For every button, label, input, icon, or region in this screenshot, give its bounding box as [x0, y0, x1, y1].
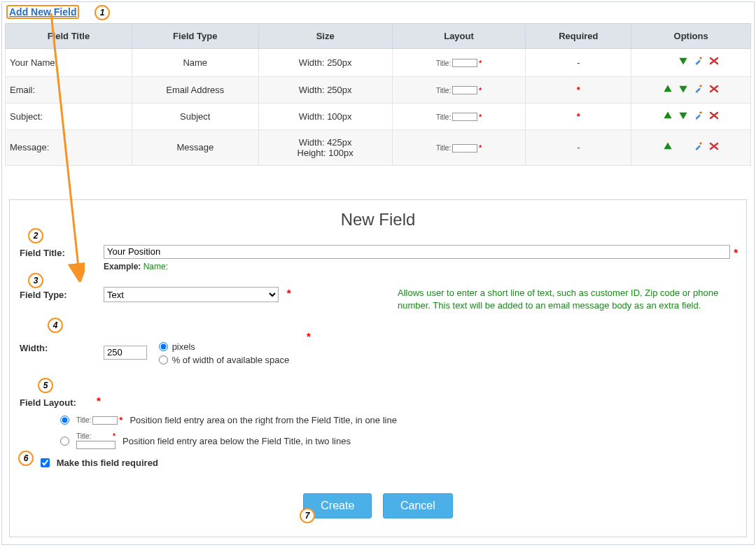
move-up-icon[interactable] [663, 84, 673, 96]
hint-value: Name: [144, 262, 168, 271]
th-layout: Layout [392, 24, 526, 49]
annotation-3: 3 [28, 273, 43, 288]
cell-required: * [526, 103, 631, 129]
label-width: Width: [20, 333, 104, 353]
row-width: Width: pixels % of width of available sp… [20, 333, 736, 367]
new-field-panel: 2 3 4 5 6 7 New Field Field Title: * Exa… [9, 199, 747, 538]
cell-size: Width: 425pxHeight: 100px [258, 129, 392, 165]
input-field-title[interactable] [104, 245, 730, 259]
cell-required: - [526, 129, 631, 165]
cell-layout: Title:* [392, 129, 526, 165]
edit-icon[interactable] [694, 84, 704, 96]
delete-icon[interactable] [709, 56, 719, 68]
annotation-6: 6 [18, 451, 34, 466]
field-type-desc: Allows user to enter a short line of tex… [398, 287, 736, 312]
required-asterisk: * [287, 287, 291, 299]
layout-demo: Title:* [436, 59, 482, 67]
layout-demo: Title:* [436, 113, 482, 121]
annotation-4: 4 [48, 318, 63, 333]
annotation-5: 5 [38, 378, 53, 393]
cell-size: Width: 250px [258, 76, 392, 103]
radio-layout-inline[interactable] [60, 416, 69, 425]
radio-width-pixels[interactable] [159, 342, 168, 351]
input-width[interactable] [104, 346, 147, 360]
svg-rect-8 [699, 142, 702, 145]
annotation-1: 1 [94, 5, 110, 20]
svg-rect-3 [696, 87, 701, 92]
layout-inline-desc: Position field entry area on the right f… [130, 415, 397, 425]
svg-rect-5 [696, 114, 701, 119]
layout-inline-demo: Title:* [76, 415, 122, 425]
checkbox-required[interactable] [41, 458, 50, 467]
table-row: Subject:SubjectWidth: 100pxTitle:** [6, 103, 751, 129]
annotation-2: 2 [28, 228, 43, 243]
cell-title: Subject: [6, 103, 132, 129]
layout-demo: Title:* [436, 144, 482, 153]
label-field-layout: Field Layout: [20, 395, 104, 408]
th-size: Size [258, 24, 392, 49]
radio-layout-stacked[interactable] [60, 437, 69, 446]
cell-title: Email: [6, 76, 132, 103]
label-field-title: Field Title: [20, 245, 104, 258]
svg-rect-4 [699, 84, 702, 87]
row-layout: Field Layout: * [20, 395, 736, 408]
cell-layout: Title:* [392, 103, 526, 129]
required-asterisk: * [734, 246, 738, 258]
cell-layout: Title:* [392, 76, 526, 103]
th-required: Required [526, 24, 631, 49]
layout-demo: Title:* [436, 86, 482, 94]
move-down-icon[interactable] [678, 84, 688, 96]
cell-options [631, 49, 751, 77]
layout-options: Title:* Position field entry area on the… [60, 415, 736, 449]
cell-required: * [526, 76, 631, 103]
panel-heading: New Field [20, 210, 736, 229]
row-field-title: Field Title: * Example: Name: [20, 245, 736, 271]
move-up-icon[interactable] [663, 111, 673, 122]
select-field-type[interactable]: Text [104, 287, 279, 302]
radio-width-percent[interactable] [159, 355, 168, 365]
svg-rect-6 [699, 111, 702, 113]
cell-required: - [526, 49, 631, 77]
cell-title: Your Name: [6, 49, 132, 77]
cell-title: Message: [6, 129, 132, 165]
layout-stacked-desc: Position field entry area below the Fiel… [122, 436, 351, 446]
svg-rect-1 [696, 59, 701, 64]
annotation-7: 7 [300, 508, 315, 523]
required-asterisk: * [307, 330, 311, 342]
cell-options [631, 103, 751, 129]
hint-key: Example: [104, 262, 141, 271]
edit-icon[interactable] [694, 141, 704, 153]
move-down-icon[interactable] [678, 111, 688, 122]
table-row: Email:Email AddressWidth: 250pxTitle:** [6, 76, 751, 103]
cancel-button[interactable]: Cancel [383, 493, 453, 518]
cell-type: Message [132, 129, 258, 165]
cell-options [631, 76, 751, 103]
label-field-type: Field Type: [20, 287, 104, 300]
th-options: Options [631, 24, 751, 49]
th-title: Field Title [6, 24, 132, 49]
cell-size: Width: 250px [258, 49, 392, 77]
cell-size: Width: 100px [258, 103, 392, 129]
move-up-icon[interactable] [663, 141, 673, 153]
edit-icon[interactable] [694, 56, 704, 68]
delete-icon[interactable] [709, 141, 719, 153]
fields-table: Field Title Field Type Size Layout Requi… [5, 23, 751, 166]
add-new-field-link[interactable]: Add New Field [6, 5, 79, 19]
cell-options [631, 129, 751, 165]
row-field-type: Field Type: Text * Allows user to enter … [20, 287, 736, 303]
edit-icon[interactable] [694, 111, 704, 122]
th-type: Field Type [132, 24, 258, 49]
move-down-icon[interactable] [678, 56, 688, 68]
cell-type: Email Address [132, 76, 258, 103]
delete-icon[interactable] [709, 111, 719, 122]
cell-type: Name [132, 49, 258, 77]
delete-icon[interactable] [709, 84, 719, 96]
svg-rect-7 [696, 145, 701, 150]
required-asterisk: * [97, 395, 101, 406]
table-row: Your Name:NameWidth: 250pxTitle:*- [6, 49, 751, 77]
cell-type: Subject [132, 103, 258, 129]
cell-layout: Title:* [392, 49, 526, 77]
layout-stacked-demo: Title: * [76, 432, 115, 449]
table-row: Message:MessageWidth: 425pxHeight: 100px… [6, 129, 751, 165]
required-label: Make this field required [57, 458, 158, 468]
